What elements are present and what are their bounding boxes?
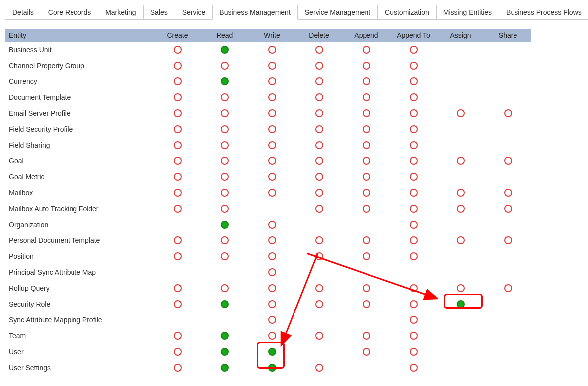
perm-none-icon[interactable] bbox=[410, 157, 418, 165]
perm-none-icon[interactable] bbox=[410, 125, 418, 133]
perm-none-icon[interactable] bbox=[504, 205, 512, 213]
perm-none-icon[interactable] bbox=[221, 236, 229, 244]
perm-none-icon[interactable] bbox=[268, 62, 276, 70]
perm-none-icon[interactable] bbox=[457, 236, 465, 244]
column-header-read[interactable]: Read bbox=[201, 30, 248, 41]
perm-none-icon[interactable] bbox=[363, 205, 370, 213]
perm-none-icon[interactable] bbox=[174, 284, 182, 292]
perm-none-icon[interactable] bbox=[268, 173, 276, 181]
perm-none-icon[interactable] bbox=[315, 173, 323, 181]
perm-none-icon[interactable] bbox=[363, 77, 370, 85]
perm-none-icon[interactable] bbox=[174, 173, 182, 181]
perm-none-icon[interactable] bbox=[410, 189, 418, 197]
perm-none-icon[interactable] bbox=[410, 236, 418, 244]
perm-none-icon[interactable] bbox=[268, 141, 276, 149]
column-header-delete[interactable]: Delete bbox=[295, 30, 343, 41]
column-header-assign[interactable]: Assign bbox=[437, 30, 484, 41]
perm-none-icon[interactable] bbox=[410, 364, 418, 372]
perm-none-icon[interactable] bbox=[268, 332, 276, 340]
perm-none-icon[interactable] bbox=[221, 189, 229, 197]
perm-none-icon[interactable] bbox=[410, 46, 418, 54]
perm-none-icon[interactable] bbox=[410, 221, 418, 229]
tab-customization[interactable]: Customization bbox=[377, 5, 437, 20]
perm-none-icon[interactable] bbox=[410, 316, 418, 324]
perm-none-icon[interactable] bbox=[363, 62, 370, 70]
perm-none-icon[interactable] bbox=[363, 109, 370, 117]
perm-none-icon[interactable] bbox=[410, 284, 418, 292]
perm-none-icon[interactable] bbox=[174, 205, 182, 213]
perm-none-icon[interactable] bbox=[410, 62, 418, 70]
perm-none-icon[interactable] bbox=[363, 252, 370, 260]
perm-none-icon[interactable] bbox=[221, 109, 229, 117]
perm-none-icon[interactable] bbox=[174, 189, 182, 197]
perm-none-icon[interactable] bbox=[268, 46, 276, 54]
perm-full-icon[interactable] bbox=[457, 300, 465, 308]
perm-none-icon[interactable] bbox=[268, 157, 276, 165]
perm-none-icon[interactable] bbox=[457, 189, 465, 197]
tab-service[interactable]: Service bbox=[175, 5, 213, 20]
perm-none-icon[interactable] bbox=[174, 77, 182, 85]
perm-none-icon[interactable] bbox=[410, 141, 418, 149]
perm-none-icon[interactable] bbox=[504, 236, 512, 244]
perm-full-icon[interactable] bbox=[268, 364, 276, 372]
perm-none-icon[interactable] bbox=[457, 109, 465, 117]
perm-none-icon[interactable] bbox=[221, 141, 229, 149]
perm-none-icon[interactable] bbox=[363, 141, 370, 149]
perm-full-icon[interactable] bbox=[221, 77, 229, 85]
perm-none-icon[interactable] bbox=[315, 300, 323, 308]
perm-none-icon[interactable] bbox=[363, 348, 370, 356]
perm-none-icon[interactable] bbox=[268, 189, 276, 197]
column-header-write[interactable]: Write bbox=[248, 30, 295, 41]
perm-none-icon[interactable] bbox=[174, 125, 182, 133]
column-header-share[interactable]: Share bbox=[484, 30, 531, 41]
perm-none-icon[interactable] bbox=[268, 300, 276, 308]
perm-none-icon[interactable] bbox=[315, 284, 323, 292]
perm-none-icon[interactable] bbox=[268, 221, 276, 229]
perm-none-icon[interactable] bbox=[504, 157, 512, 165]
perm-full-icon[interactable] bbox=[221, 348, 229, 356]
perm-full-icon[interactable] bbox=[221, 46, 229, 54]
perm-none-icon[interactable] bbox=[410, 348, 418, 356]
perm-none-icon[interactable] bbox=[174, 348, 182, 356]
tab-details[interactable]: Details bbox=[5, 5, 41, 20]
perm-none-icon[interactable] bbox=[315, 109, 323, 117]
perm-none-icon[interactable] bbox=[363, 157, 370, 165]
perm-none-icon[interactable] bbox=[174, 46, 182, 54]
perm-none-icon[interactable] bbox=[315, 141, 323, 149]
perm-none-icon[interactable] bbox=[363, 300, 370, 308]
perm-none-icon[interactable] bbox=[315, 62, 323, 70]
perm-full-icon[interactable] bbox=[221, 364, 229, 372]
perm-none-icon[interactable] bbox=[363, 284, 370, 292]
tab-service-management[interactable]: Service Management bbox=[297, 5, 378, 20]
perm-none-icon[interactable] bbox=[315, 332, 323, 340]
perm-none-icon[interactable] bbox=[504, 284, 512, 292]
perm-none-icon[interactable] bbox=[315, 189, 323, 197]
perm-none-icon[interactable] bbox=[221, 93, 229, 101]
perm-none-icon[interactable] bbox=[174, 157, 182, 165]
perm-none-icon[interactable] bbox=[174, 93, 182, 101]
perm-none-icon[interactable] bbox=[315, 46, 323, 54]
perm-none-icon[interactable] bbox=[268, 252, 276, 260]
perm-none-icon[interactable] bbox=[268, 284, 276, 292]
column-header-append[interactable]: Append bbox=[343, 30, 390, 41]
perm-full-icon[interactable] bbox=[268, 348, 276, 356]
perm-none-icon[interactable] bbox=[174, 109, 182, 117]
perm-none-icon[interactable] bbox=[363, 46, 370, 54]
tab-missing-entities[interactable]: Missing Entities bbox=[436, 5, 499, 20]
perm-none-icon[interactable] bbox=[174, 141, 182, 149]
perm-full-icon[interactable] bbox=[221, 221, 229, 229]
perm-none-icon[interactable] bbox=[221, 62, 229, 70]
perm-none-icon[interactable] bbox=[504, 109, 512, 117]
perm-none-icon[interactable] bbox=[315, 157, 323, 165]
perm-none-icon[interactable] bbox=[174, 252, 182, 260]
perm-none-icon[interactable] bbox=[410, 300, 418, 308]
perm-none-icon[interactable] bbox=[221, 125, 229, 133]
perm-full-icon[interactable] bbox=[221, 300, 229, 308]
perm-none-icon[interactable] bbox=[268, 93, 276, 101]
perm-none-icon[interactable] bbox=[410, 77, 418, 85]
perm-none-icon[interactable] bbox=[221, 157, 229, 165]
perm-none-icon[interactable] bbox=[410, 252, 418, 260]
perm-none-icon[interactable] bbox=[174, 62, 182, 70]
perm-none-icon[interactable] bbox=[174, 236, 182, 244]
perm-none-icon[interactable] bbox=[363, 236, 370, 244]
